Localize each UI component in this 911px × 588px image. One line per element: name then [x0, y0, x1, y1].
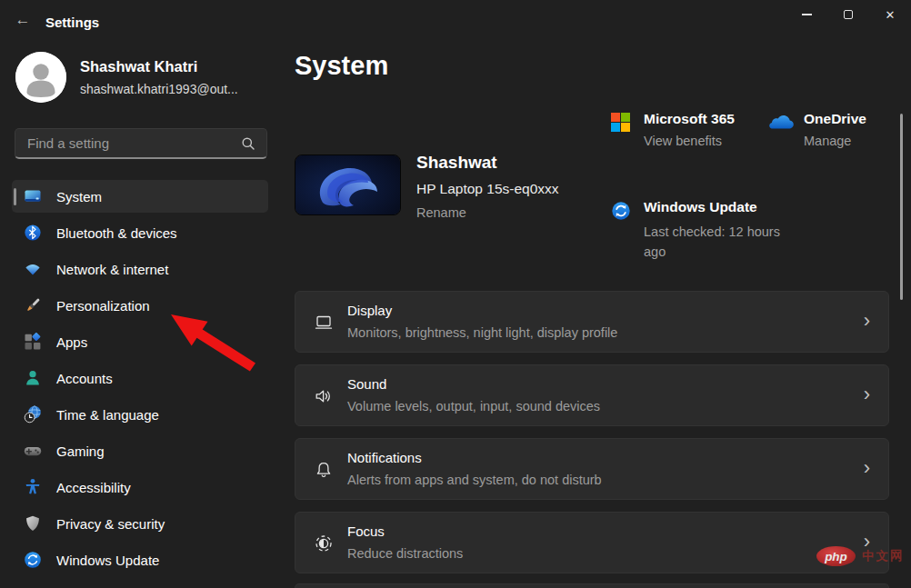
page-title: System — [295, 51, 388, 81]
php-logo: php — [816, 546, 856, 566]
sidebar-item-time-language[interactable]: Time & language — [12, 398, 268, 431]
avatar — [15, 52, 66, 103]
scrollbar-thumb[interactable] — [900, 114, 903, 300]
window-controls: ✕ — [786, 0, 911, 29]
sound-icon — [313, 385, 335, 407]
back-arrow-icon: ← — [15, 11, 31, 28]
sidebar-item-label: Bluetooth & devices — [56, 225, 177, 241]
notifications-icon — [313, 459, 335, 481]
setting-card-focus[interactable]: Focus Reduce distractions › — [295, 512, 889, 573]
sidebar-item-label: Network & internet — [56, 262, 168, 277]
onedrive-title: OneDrive — [804, 111, 866, 127]
focus-icon — [313, 533, 335, 554]
watermark: php 中文网 — [816, 546, 905, 566]
microsoft-365-block: Microsoft 365 View benefits — [611, 111, 735, 148]
window-title: Settings — [45, 15, 99, 30]
chevron-right-icon: › — [864, 457, 870, 479]
close-button[interactable]: ✕ — [869, 0, 911, 29]
system-icon — [24, 187, 42, 205]
setting-title: Focus — [347, 523, 385, 539]
windows-update-icon — [24, 551, 42, 569]
accounts-icon — [24, 369, 42, 387]
sidebar-item-privacy-security[interactable]: Privacy & security — [12, 507, 268, 540]
windows-update-title: Windows Update — [644, 199, 789, 215]
setting-card-display[interactable]: Display Monitors, brightness, night ligh… — [295, 291, 889, 353]
windows-update-icon — [611, 201, 631, 224]
network-icon — [24, 260, 42, 278]
setting-subtitle: Alerts from apps and system, do not dist… — [347, 473, 602, 487]
gaming-icon — [24, 442, 42, 460]
setting-subtitle: Monitors, brightness, night light, displ… — [347, 325, 617, 340]
onedrive-block: OneDrive Manage — [768, 111, 866, 148]
privacy-security-icon — [24, 514, 42, 533]
display-icon — [313, 312, 335, 334]
view-benefits-link[interactable]: View benefits — [644, 134, 735, 148]
sidebar-item-label: Personalization — [56, 298, 150, 314]
chevron-right-icon: › — [864, 310, 870, 332]
profile-name: Shashwat Khatri — [80, 58, 197, 75]
user-avatar-icon — [15, 52, 66, 103]
sidebar-item-label: Apps — [56, 334, 87, 350]
personalization-icon — [24, 296, 42, 314]
setting-title: Display — [347, 303, 392, 318]
settings-window: ← Settings ✕ Shashwat Khatri shashwat.kh… — [0, 0, 911, 588]
sidebar-item-windows-update[interactable]: Windows Update — [12, 543, 268, 576]
device-name: Shashwat — [416, 153, 497, 173]
device-thumbnail — [295, 154, 401, 215]
sidebar-item-system[interactable]: System — [12, 180, 268, 213]
close-icon: ✕ — [886, 9, 896, 21]
setting-subtitle: Reduce distractions — [347, 546, 463, 561]
sidebar-nav: System Bluetooth & devices Network & int… — [12, 180, 268, 580]
chevron-right-icon: › — [864, 384, 870, 405]
device-model: HP Laptop 15s-eq0xxx — [416, 181, 559, 197]
search-input[interactable] — [15, 135, 241, 151]
onedrive-icon — [768, 113, 796, 135]
sidebar-item-network-internet[interactable]: Network & internet — [12, 253, 268, 285]
time-language-icon — [24, 405, 42, 424]
sidebar-item-label: Accounts — [56, 371, 113, 386]
setting-title: Sound — [347, 376, 386, 392]
sidebar-item-label: Privacy & security — [56, 516, 165, 532]
sidebar-item-label: Gaming — [56, 443, 105, 459]
sidebar-item-gaming[interactable]: Gaming — [12, 434, 268, 467]
setting-card-partial[interactable] — [295, 583, 889, 588]
sidebar-item-label: Accessibility — [56, 480, 131, 495]
setting-card-notifications[interactable]: Notifications Alerts from apps and syste… — [295, 438, 889, 500]
rename-link[interactable]: Rename — [416, 205, 466, 220]
profile-email: shashwat.khatri1993@out... — [80, 82, 238, 96]
bluetooth-icon — [24, 224, 42, 242]
windows-update-block: Windows Update Last checked: 12 hours ag… — [611, 199, 789, 263]
accessibility-icon — [24, 478, 42, 496]
windows-bloom-wallpaper — [295, 155, 400, 214]
minimize-button[interactable] — [786, 0, 827, 29]
manage-link[interactable]: Manage — [804, 134, 866, 148]
sidebar-item-accessibility[interactable]: Accessibility — [12, 471, 268, 503]
setting-subtitle: Volume levels, output, input, sound devi… — [347, 399, 600, 414]
sidebar-item-label: Windows Update — [56, 553, 159, 568]
microsoft-365-logo — [611, 113, 630, 135]
maximize-icon — [844, 10, 853, 19]
sidebar-item-bluetooth-devices[interactable]: Bluetooth & devices — [12, 216, 268, 249]
red-annotation-arrow — [164, 309, 259, 374]
search-icon — [241, 136, 255, 151]
setting-title: Notifications — [347, 450, 422, 465]
back-button[interactable]: ← — [13, 10, 33, 30]
watermark-brand: php — [825, 550, 847, 563]
watermark-suffix: 中文网 — [862, 548, 905, 564]
search-box[interactable] — [15, 128, 267, 159]
maximize-button[interactable] — [827, 0, 869, 29]
setting-card-sound[interactable]: Sound Volume levels, output, input, soun… — [295, 364, 889, 426]
last-checked-status: Last checked: 12 hours ago — [644, 222, 789, 263]
microsoft-365-title: Microsoft 365 — [644, 111, 735, 127]
minimize-icon — [802, 14, 812, 15]
sidebar-item-label: Time & language — [56, 407, 159, 423]
apps-icon — [24, 333, 42, 351]
sidebar-item-label: System — [56, 189, 102, 204]
